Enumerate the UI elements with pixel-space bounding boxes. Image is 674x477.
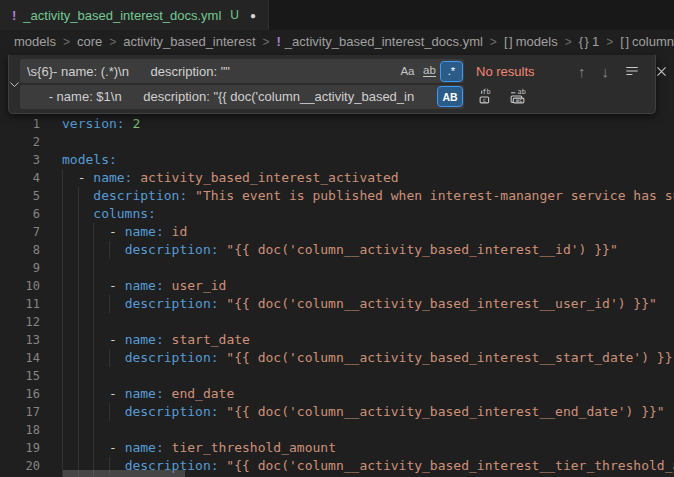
code-line[interactable]: 1version: 2 bbox=[0, 115, 674, 133]
breadcrumb-item[interactable]: !_activity_based_interest_docs.yml bbox=[277, 34, 483, 49]
line-number: 10 bbox=[0, 277, 40, 295]
match-case-button[interactable]: Aa bbox=[397, 62, 418, 81]
find-query-text: \s{6}- name: (.*)\n description: "" bbox=[27, 64, 396, 79]
code-line[interactable]: 12 bbox=[0, 313, 674, 331]
svg-text:ab: ab bbox=[518, 89, 526, 97]
replace-row: - name: $1\n description: "{{ doc('colum… bbox=[20, 84, 668, 109]
line-number: 20 bbox=[0, 457, 40, 475]
close-icon[interactable] bbox=[655, 65, 668, 78]
regex-button[interactable]: .* bbox=[441, 62, 462, 81]
code-line[interactable]: 9 bbox=[0, 259, 674, 277]
code-line[interactable]: 13 - name: start_date bbox=[0, 331, 674, 349]
indent-guide bbox=[78, 187, 79, 477]
next-match-button[interactable]: ↓ bbox=[602, 64, 610, 79]
chevron-right-icon: > bbox=[606, 35, 613, 49]
line-number: 14 bbox=[0, 349, 40, 367]
replace-all-icon[interactable]: ab ac bbox=[509, 88, 526, 105]
code-line[interactable]: 2 bbox=[0, 133, 674, 151]
code-line[interactable]: 15 bbox=[0, 367, 674, 385]
breadcrumb-label: _activity_based_interest_docs.yml bbox=[285, 34, 483, 49]
breadcrumb-item[interactable]: { }1 bbox=[579, 34, 600, 49]
line-number: 6 bbox=[0, 205, 40, 223]
line-number: 19 bbox=[0, 439, 40, 457]
line-content: description: "This event is published wh… bbox=[62, 187, 674, 205]
indent-guide bbox=[109, 241, 110, 259]
breadcrumb-label: models bbox=[14, 34, 56, 49]
breadcrumb-item[interactable]: models bbox=[14, 34, 56, 49]
editor-pane[interactable]: 1version: 223models:4 - name: activity_b… bbox=[0, 53, 674, 477]
breadcrumb-label: 1 bbox=[592, 34, 599, 49]
chevron-right-icon: > bbox=[565, 35, 572, 49]
line-content: models: bbox=[62, 151, 117, 169]
code-line[interactable]: 10 - name: user_id bbox=[0, 277, 674, 295]
code-line[interactable]: 14 description: "{{ doc('column__activit… bbox=[0, 349, 674, 367]
line-content: - name: start_date bbox=[62, 331, 250, 349]
code-line[interactable]: 11 description: "{{ doc('column__activit… bbox=[0, 295, 674, 313]
line-content: description: "{{ doc('column__activity_b… bbox=[62, 295, 657, 313]
chevron-right-icon: > bbox=[263, 35, 270, 49]
line-number: 16 bbox=[0, 385, 40, 403]
indent-guide bbox=[109, 349, 110, 367]
line-number: 7 bbox=[0, 223, 40, 241]
line-number: 2 bbox=[0, 133, 40, 151]
breadcrumb-label: core bbox=[77, 34, 102, 49]
git-untracked-badge: U bbox=[230, 8, 239, 22]
indent-guide bbox=[109, 403, 110, 421]
code-line[interactable]: 19 - name: tier_threshold_amount bbox=[0, 439, 674, 457]
line-content: - name: tier_threshold_amount bbox=[62, 439, 336, 457]
replace-one-icon[interactable]: fb c bbox=[478, 88, 495, 105]
tab-bar: ! _activity_based_interest_docs.yml U ● bbox=[0, 0, 674, 30]
breadcrumb-item[interactable]: activity_based_interest bbox=[123, 34, 255, 49]
preserve-case-button[interactable]: AB bbox=[438, 87, 462, 106]
breadcrumb-item[interactable]: [ ]models bbox=[504, 34, 558, 49]
symbol-icon: { } bbox=[579, 34, 588, 49]
horizontal-scrollbar-thumb[interactable] bbox=[63, 470, 185, 477]
symbol-icon: [ ] bbox=[620, 34, 628, 49]
line-content: - name: id bbox=[62, 223, 187, 241]
replace-value-text: - name: $1\n description: "{{ doc('colum… bbox=[27, 89, 437, 104]
breadcrumb: models>core>activity_based_interest>!_ac… bbox=[0, 30, 674, 53]
code-line[interactable]: 17 description: "{{ doc('column__activit… bbox=[0, 403, 674, 421]
find-in-selection-icon[interactable] bbox=[625, 64, 639, 78]
line-number: 12 bbox=[0, 313, 40, 331]
toggle-replace-chevron-icon[interactable] bbox=[9, 55, 20, 113]
code-line[interactable]: 3models: bbox=[0, 151, 674, 169]
breadcrumb-label: models bbox=[516, 34, 558, 49]
indent-guide bbox=[93, 223, 94, 477]
find-status-text: No results bbox=[476, 64, 562, 79]
svg-text:ac: ac bbox=[515, 98, 523, 104]
yaml-file-icon: ! bbox=[12, 8, 16, 23]
code-line[interactable]: 7 - name: id bbox=[0, 223, 674, 241]
line-content: - name: activity_based_interest_activate… bbox=[62, 169, 399, 187]
line-number: 11 bbox=[0, 295, 40, 313]
line-number: 5 bbox=[0, 187, 40, 205]
breadcrumb-item[interactable]: [ ]columns bbox=[620, 34, 674, 49]
line-number: 1 bbox=[0, 115, 40, 133]
find-input[interactable]: \s{6}- name: (.*)\n description: "" Aa a… bbox=[20, 59, 464, 83]
tab-active-file[interactable]: ! _activity_based_interest_docs.yml U ● bbox=[0, 0, 269, 30]
line-number: 3 bbox=[0, 151, 40, 169]
yaml-file-icon: ! bbox=[277, 34, 281, 49]
find-replace-widget: \s{6}- name: (.*)\n description: "" Aa a… bbox=[8, 55, 656, 114]
whole-word-button[interactable]: ab bbox=[419, 62, 440, 81]
line-content: description: "{{ doc('column__activity_b… bbox=[62, 403, 665, 421]
unsaved-dot-icon[interactable]: ● bbox=[250, 10, 256, 21]
line-number: 18 bbox=[0, 421, 40, 439]
code-line[interactable]: 8 description: "{{ doc('column__activity… bbox=[0, 241, 674, 259]
breadcrumb-label: activity_based_interest bbox=[123, 34, 255, 49]
breadcrumb-item[interactable]: core bbox=[77, 34, 102, 49]
code-line[interactable]: 18 bbox=[0, 421, 674, 439]
find-row: \s{6}- name: (.*)\n description: "" Aa a… bbox=[20, 59, 668, 84]
code-lines: 1version: 223models:4 - name: activity_b… bbox=[0, 115, 674, 477]
code-line[interactable]: 4 - name: activity_based_interest_activa… bbox=[0, 169, 674, 187]
breadcrumb-label: columns bbox=[632, 34, 674, 49]
code-line[interactable]: 16 - name: end_date bbox=[0, 385, 674, 403]
previous-match-button[interactable]: ↑ bbox=[578, 64, 586, 79]
replace-input[interactable]: - name: $1\n description: "{{ doc('colum… bbox=[20, 85, 464, 109]
code-line[interactable]: 6 columns: bbox=[0, 205, 674, 223]
line-content: description: "{{ doc('column__activity_b… bbox=[62, 241, 618, 259]
line-number: 4 bbox=[0, 169, 40, 187]
code-line[interactable]: 5 description: "This event is published … bbox=[0, 187, 674, 205]
chevron-right-icon: > bbox=[109, 35, 116, 49]
chevron-right-icon: > bbox=[490, 35, 497, 49]
